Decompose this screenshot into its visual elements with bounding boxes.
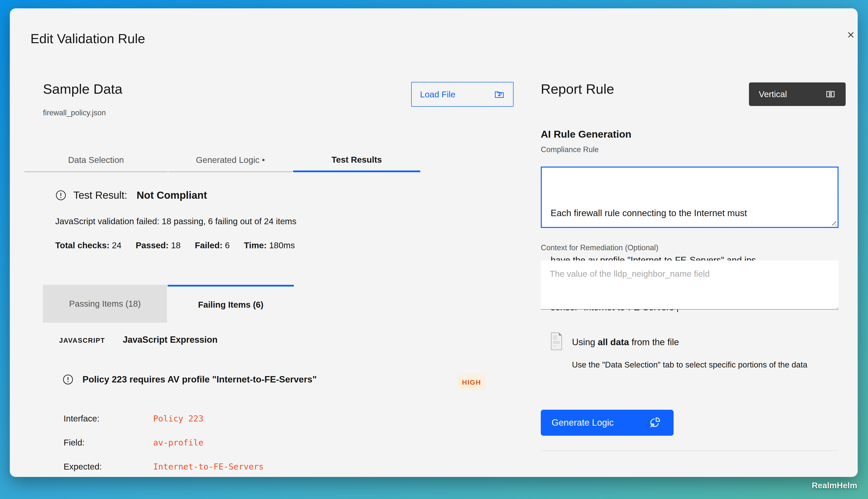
- test-stats-row: Total checks: 24 Passed: 18 Failed: 6 Ti…: [55, 241, 295, 250]
- expression-row: JAVASCRIPT JavaScript Expression: [59, 334, 217, 345]
- expression-kind-label: JAVASCRIPT: [59, 337, 105, 344]
- context-remediation-input[interactable]: [541, 260, 839, 309]
- test-result-row: Test Result: Not Compliant: [55, 190, 207, 201]
- context-remediation-label: Context for Remediation (Optional): [541, 243, 658, 252]
- tab-generated-logic[interactable]: Generated Logic •: [168, 149, 292, 172]
- resize-handle[interactable]: [830, 219, 836, 226]
- compliance-rule-input[interactable]: Each firewall rule connecting to the Int…: [541, 167, 839, 228]
- data-scope-text: Using all data from the file: [572, 337, 679, 348]
- data-scope-hint: Use the "Data Selection" tab to select s…: [572, 358, 808, 372]
- compliance-rule-label: Compliance Rule: [541, 145, 599, 154]
- loaded-filename: firewall_policy.json: [43, 108, 106, 117]
- failing-item-header: Policy 223 requires AV profile "Internet…: [62, 374, 317, 385]
- ai-generate-icon: [649, 416, 661, 429]
- report-rule-heading: Report Rule: [541, 81, 614, 97]
- detail-row-expected: Expected:Internet-to-FE-Servers: [63, 462, 264, 472]
- close-icon: [846, 30, 856, 40]
- tab-data-selection[interactable]: Data Selection: [24, 149, 168, 172]
- warning-circle-icon: [62, 374, 74, 385]
- stat-failed: Failed: 6: [195, 241, 230, 250]
- dialog-title: Edit Validation Rule: [31, 31, 145, 46]
- test-result-status: Not Compliant: [136, 190, 207, 201]
- sample-data-heading: Sample Data: [43, 81, 122, 97]
- layout-toggle-label: Vertical: [759, 89, 787, 99]
- stat-total-checks: Total checks: 24: [55, 241, 121, 250]
- section-divider: [541, 450, 839, 451]
- tab-passing-items[interactable]: Passing Items (18): [43, 285, 167, 322]
- failing-item-title: Policy 223 requires AV profile "Internet…: [83, 374, 317, 385]
- stat-passed: Passed: 18: [136, 241, 181, 250]
- folder-download-icon: [494, 89, 505, 100]
- split-vertical-icon: [825, 89, 836, 100]
- load-file-button[interactable]: Load File: [411, 82, 514, 107]
- load-file-label: Load File: [420, 89, 455, 99]
- page-background: Edit Validation Rule Sample Data firewal…: [0, 0, 868, 499]
- document-icon: [549, 332, 564, 351]
- tab-failing-items[interactable]: Failing Items (6): [168, 285, 294, 322]
- validation-summary: JavaScript validation failed: 18 passing…: [55, 216, 297, 226]
- watermark-text: RealmHelm: [812, 480, 857, 490]
- expression-name: JavaScript Expression: [123, 334, 217, 345]
- generate-logic-button[interactable]: Generate Logic: [541, 410, 674, 436]
- items-tablist: Passing Items (18) Failing Items (6): [43, 285, 294, 322]
- tab-test-results[interactable]: Test Results: [293, 149, 420, 172]
- data-scope-note: Using all data from the file: [549, 332, 679, 351]
- detail-row-interface: Interface:Policy 223: [63, 414, 204, 424]
- severity-badge: HIGH: [458, 375, 485, 390]
- stat-time: Time: 180ms: [244, 241, 295, 250]
- close-button[interactable]: [842, 26, 858, 44]
- generate-logic-label: Generate Logic: [552, 417, 614, 428]
- warning-circle-icon: [55, 190, 67, 201]
- test-result-label: Test Result:: [73, 190, 127, 201]
- sample-data-tablist: Data Selection Generated Logic • Test Re…: [24, 149, 420, 172]
- edit-validation-rule-dialog: Edit Validation Rule Sample Data firewal…: [10, 8, 858, 477]
- rule-line-1: Each firewall rule connecting to the Int…: [551, 205, 829, 221]
- ai-rule-generation-title: AI Rule Generation: [541, 129, 631, 140]
- detail-row-field: Field:av-profile: [63, 438, 204, 448]
- layout-toggle-button[interactable]: Vertical: [749, 83, 846, 106]
